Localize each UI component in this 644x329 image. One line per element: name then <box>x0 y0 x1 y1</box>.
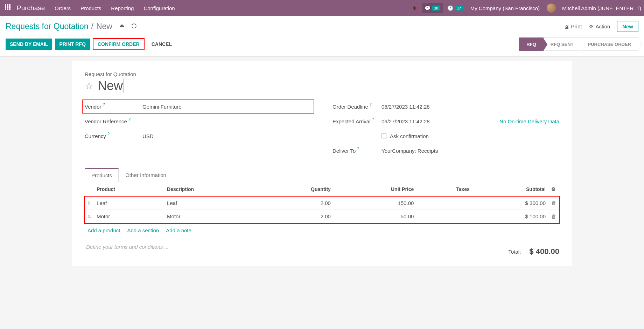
activities-button[interactable]: 🕐 17 <box>447 5 463 11</box>
action-button[interactable]: ⚙ Action <box>589 23 610 30</box>
send-email-button[interactable]: SEND BY EMAIL <box>6 39 52 50</box>
currency-field[interactable]: USD <box>142 133 312 139</box>
deliver-to-field[interactable]: YourCompany: Receipts <box>382 148 559 154</box>
add-product-link[interactable]: Add a product <box>88 227 120 233</box>
table-row[interactable]: ⇅ Motor Motor 2.00 50.00 $ 100.00 🗑 <box>85 210 559 223</box>
confirm-order-button[interactable]: CONFIRM ORDER <box>93 38 145 50</box>
delete-row-icon[interactable]: 🗑 <box>548 197 559 210</box>
vendor-label: Vendor <box>85 104 102 110</box>
nav-orders[interactable]: Orders <box>55 5 71 11</box>
status-rfq-sent[interactable]: RFQ SENT <box>544 37 581 51</box>
top-nav: Purchase Orders Products Reporting Confi… <box>0 0 644 16</box>
status-rfq[interactable]: RFQ <box>519 37 543 51</box>
deadline-field[interactable]: 06/27/2023 11:42:28 <box>382 104 559 110</box>
cell-product[interactable]: Leaf <box>94 197 164 210</box>
discard-icon[interactable] <box>131 23 137 30</box>
button-row: SEND BY EMAIL PRINT RFQ CONFIRM ORDER CA… <box>0 32 644 57</box>
cell-price[interactable]: 150.00 <box>334 197 416 210</box>
col-description: Description <box>164 182 259 197</box>
star-icon[interactable]: ☆ <box>85 80 93 92</box>
ask-confirmation-label: Ask confirmation <box>390 133 429 139</box>
tab-other-information[interactable]: Other Information <box>119 168 173 182</box>
company-selector[interactable]: My Company (San Francisco) <box>470 5 540 11</box>
help-icon[interactable]: ? <box>357 146 359 151</box>
breadcrumb-current: New <box>96 22 112 31</box>
total-label: Total: <box>509 249 521 255</box>
vendor-field[interactable]: Gemini Furniture <box>142 104 312 110</box>
breadcrumb-root[interactable]: Requests for Quotation <box>6 22 89 31</box>
vendor-ref-label: Vendor Reference <box>85 118 127 124</box>
bug-icon[interactable]: 🐞 <box>412 5 418 11</box>
cell-quantity[interactable]: 2.00 <box>259 197 334 210</box>
chat-icon: 💬 <box>425 5 430 11</box>
col-taxes: Taxes <box>416 182 472 197</box>
form-sheet: Request for Quotation ☆ New Vendor? Gemi… <box>72 61 572 266</box>
nav-products[interactable]: Products <box>80 5 101 11</box>
header-actions: 🖨 Print ⚙ Action New <box>564 21 638 32</box>
cell-taxes[interactable] <box>416 197 472 210</box>
order-lines-table: Product Description Quantity Unit Price … <box>85 182 559 223</box>
rfq-name[interactable]: New <box>98 78 124 93</box>
print-icon: 🖨 <box>564 23 569 29</box>
clock-icon: 🕐 <box>447 5 453 11</box>
help-icon[interactable]: ? <box>372 117 374 121</box>
deadline-label: Order Deadline <box>332 104 368 110</box>
drag-handle-icon[interactable]: ⇅ <box>85 210 94 223</box>
nav-reporting[interactable]: Reporting <box>111 5 134 11</box>
deliver-to-label: Deliver To <box>332 148 356 154</box>
ask-confirmation-checkbox[interactable] <box>382 133 386 138</box>
terms-field[interactable]: Define your terms and conditions ... <box>85 238 170 256</box>
help-icon[interactable]: ? <box>128 117 131 121</box>
arrival-field[interactable]: 06/27/2023 11:42:28 <box>382 118 430 124</box>
cell-subtotal: $ 300.00 <box>472 197 548 210</box>
nav-configuration[interactable]: Configuration <box>144 5 175 11</box>
messages-count: 10 <box>432 6 440 11</box>
add-note-link[interactable]: Add a note <box>166 227 191 233</box>
apps-icon[interactable] <box>5 4 13 12</box>
gear-icon: ⚙ <box>589 23 593 30</box>
cancel-button[interactable]: CANCEL <box>147 39 176 50</box>
form-subtitle: Request for Quotation <box>85 71 559 77</box>
nav-right: 🐞 💬 10 🕐 17 My Company (San Francisco) M… <box>412 3 641 13</box>
col-subtotal: Subtotal <box>472 182 548 197</box>
avatar[interactable] <box>547 4 556 13</box>
col-unit-price: Unit Price <box>334 182 416 197</box>
print-rfq-button[interactable]: PRINT RFQ <box>55 39 90 50</box>
cloud-save-icon[interactable] <box>119 23 125 30</box>
help-icon[interactable]: ? <box>107 132 110 136</box>
cell-taxes[interactable] <box>416 210 472 223</box>
delete-row-icon[interactable]: 🗑 <box>548 210 559 223</box>
drag-handle-icon[interactable]: ⇅ <box>85 197 94 210</box>
tab-products[interactable]: Products <box>85 168 119 182</box>
breadcrumb-sep: / <box>91 22 93 31</box>
print-button[interactable]: 🖨 Print <box>564 23 582 29</box>
total-value: $ 400.00 <box>529 247 559 256</box>
cell-description[interactable]: Leaf <box>164 197 259 210</box>
app-name[interactable]: Purchase <box>17 4 45 12</box>
messages-button[interactable]: 💬 10 <box>422 3 443 13</box>
cell-description[interactable]: Motor <box>164 210 259 223</box>
cell-subtotal: $ 100.00 <box>472 210 548 223</box>
cell-price[interactable]: 50.00 <box>334 210 416 223</box>
help-icon[interactable]: ? <box>103 102 105 107</box>
arrival-label: Expected Arrival <box>332 118 370 124</box>
add-section-link[interactable]: Add a section <box>127 227 159 233</box>
new-button[interactable]: New <box>617 21 638 32</box>
breadcrumb: Requests for Quotation / New <box>6 22 137 31</box>
header-bar: Requests for Quotation / New 🖨 Print ⚙ A… <box>0 16 644 32</box>
table-row[interactable]: ⇅ Leaf Leaf 2.00 150.00 $ 300.00 🗑 <box>85 197 559 210</box>
cell-quantity[interactable]: 2.00 <box>259 210 334 223</box>
username[interactable]: Mitchell Admin (JUNE_ENTER_1) <box>562 5 641 11</box>
activities-count: 17 <box>455 6 463 11</box>
help-icon[interactable]: ? <box>370 102 372 107</box>
currency-label: Currency <box>85 133 106 139</box>
tabs: Products Other Information <box>85 168 559 182</box>
cell-product[interactable]: Motor <box>94 210 164 223</box>
status-bar: RFQ RFQ SENT PURCHASE ORDER <box>519 37 638 51</box>
col-product: Product <box>94 182 164 197</box>
status-purchase-order[interactable]: PURCHASE ORDER <box>581 37 638 51</box>
nav-menu: Orders Products Reporting Configuration <box>55 5 412 11</box>
columns-settings-icon[interactable]: ⚙ <box>551 186 556 192</box>
delivery-data-link[interactable]: No On-time Delivery Data <box>499 118 559 124</box>
col-quantity: Quantity <box>259 182 334 197</box>
